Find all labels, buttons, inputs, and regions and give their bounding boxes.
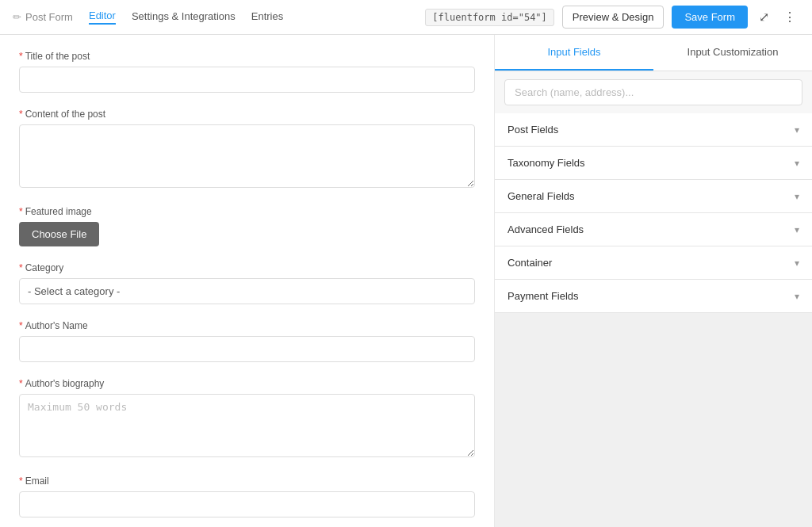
input-author-name[interactable]: [19, 336, 475, 362]
input-title[interactable]: [19, 67, 475, 93]
accordion-label-taxonomy-fields: Taxonomy Fields: [508, 157, 585, 169]
field-group-featured-image: * Featured image Choose File: [19, 206, 475, 246]
accordion-general-fields[interactable]: General Fields ▾: [495, 180, 812, 213]
field-group-email: * Email: [19, 475, 475, 517]
post-form-nav[interactable]: ✏ Post Form: [13, 11, 73, 23]
field-group-content: * Content of the post: [19, 109, 475, 190]
label-content: * Content of the post: [19, 109, 475, 120]
textarea-content[interactable]: [19, 124, 475, 188]
label-title: * Title of the post: [19, 51, 475, 62]
accordion-label-post-fields: Post Fields: [508, 124, 558, 136]
field-group-category: * Category - Select a category -: [19, 262, 475, 304]
search-input[interactable]: [504, 79, 802, 105]
post-form-label: Post Form: [25, 11, 73, 23]
accordion-label-general-fields: General Fields: [508, 190, 575, 202]
required-star: *: [19, 51, 23, 62]
accordion-list: Post Fields ▾ Taxonomy Fields ▾ General …: [495, 113, 812, 313]
label-featured-image: * Featured image: [19, 206, 475, 217]
main-layout: * Title of the post * Content of the pos…: [0, 35, 812, 527]
chevron-down-icon: ▾: [795, 258, 799, 269]
accordion-post-fields[interactable]: Post Fields ▾: [495, 113, 812, 147]
chevron-down-icon: ▾: [795, 158, 799, 169]
top-navigation: ✏ Post Form Editor Settings & Integratio…: [0, 0, 812, 35]
chevron-down-icon: ▾: [795, 224, 799, 235]
choose-file-button[interactable]: Choose File: [19, 222, 99, 246]
field-group-author-name: * Author's Name: [19, 320, 475, 362]
select-category[interactable]: - Select a category -: [19, 278, 475, 304]
tab-input-fields[interactable]: Input Fields: [495, 35, 653, 71]
accordion-payment-fields[interactable]: Payment Fields ▾: [495, 280, 812, 313]
more-options-icon[interactable]: ⋮: [780, 6, 799, 28]
required-star: *: [19, 262, 23, 273]
required-star: *: [19, 320, 23, 331]
input-email[interactable]: [19, 491, 475, 517]
form-editor-panel: * Title of the post * Content of the pos…: [0, 35, 495, 527]
expand-icon[interactable]: ⤢: [756, 6, 772, 28]
required-star: *: [19, 206, 23, 217]
accordion-advanced-fields[interactable]: Advanced Fields ▾: [495, 213, 812, 246]
panel-tabs: Input Fields Input Customization: [495, 35, 812, 71]
tab-settings[interactable]: Settings & Integrations: [132, 10, 236, 24]
required-star: *: [19, 378, 23, 389]
textarea-author-bio[interactable]: [19, 394, 475, 457]
chevron-down-icon: ▾: [795, 124, 799, 136]
save-form-button[interactable]: Save Form: [672, 6, 748, 29]
pencil-icon: ✏: [13, 11, 21, 23]
fluent-code-badge: [fluentform id="54"]: [425, 9, 554, 26]
required-star: *: [19, 475, 23, 487]
right-panel: Input Fields Input Customization Post Fi…: [495, 35, 812, 527]
accordion-label-advanced-fields: Advanced Fields: [508, 223, 584, 235]
search-box: [504, 79, 802, 105]
tab-input-customization[interactable]: Input Customization: [653, 35, 812, 71]
field-group-author-bio: * Author's biography: [19, 378, 475, 460]
accordion-label-payment-fields: Payment Fields: [508, 290, 579, 302]
nav-right: [fluentform id="54"] Preview & Design Sa…: [425, 6, 799, 29]
label-author-bio: * Author's biography: [19, 378, 475, 389]
required-star: *: [19, 109, 23, 120]
accordion-taxonomy-fields[interactable]: Taxonomy Fields ▾: [495, 147, 812, 180]
label-category: * Category: [19, 262, 475, 273]
label-author-name: * Author's Name: [19, 320, 475, 331]
panel-bottom-area: [495, 313, 812, 527]
chevron-down-icon: ▾: [795, 291, 799, 302]
preview-design-button[interactable]: Preview & Design: [562, 6, 665, 29]
tab-entries[interactable]: Entries: [251, 10, 283, 24]
accordion-label-container: Container: [508, 257, 552, 269]
field-group-title: * Title of the post: [19, 51, 475, 93]
tab-editor[interactable]: Editor: [89, 10, 116, 25]
label-email: * Email: [19, 475, 475, 487]
chevron-down-icon: ▾: [795, 191, 799, 202]
nav-left: ✏ Post Form Editor Settings & Integratio…: [13, 10, 283, 25]
accordion-container[interactable]: Container ▾: [495, 246, 812, 280]
